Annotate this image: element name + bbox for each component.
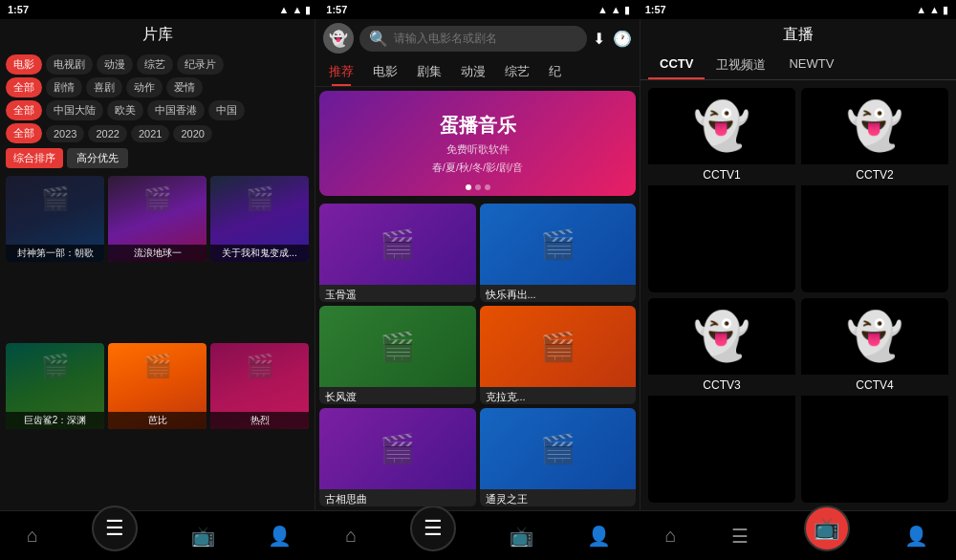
movie-item-6[interactable]: 🎬 热烈 — [210, 343, 309, 506]
filter-romance[interactable]: 爱情 — [166, 77, 203, 97]
movie-item-3[interactable]: 🎬 关于我和鬼变成... — [210, 176, 309, 339]
rec-card-6[interactable]: 🎬 通灵之王 ★★★★ — [480, 408, 637, 506]
nav-person-mid[interactable]: 👤 — [587, 525, 611, 548]
status-bar-left: 1:57 ▲ ▲ ▮ — [0, 0, 318, 19]
nav-tv-left[interactable]: 📺 — [191, 525, 215, 548]
live-tabs: CCTV 卫视频道 NEWTV — [641, 51, 956, 80]
rec-card-info-2: 快乐再出... ★★★★ — [480, 285, 637, 302]
filter-drama[interactable]: 剧情 — [46, 77, 82, 97]
filter-all-1[interactable]: 全部 — [6, 77, 42, 97]
nav-center-mid[interactable]: ☰ — [410, 506, 456, 551]
tv-icon-mid: 📺 — [510, 525, 533, 548]
history-icon[interactable]: 🕐 — [613, 30, 632, 48]
rec-card-2[interactable]: 🎬 快乐再出... ★★★★ — [480, 204, 637, 302]
nav-person-right[interactable]: 👤 — [904, 525, 928, 548]
filter-variety[interactable]: 综艺 — [137, 54, 173, 75]
nav-home-mid[interactable]: ⌂ — [345, 525, 357, 547]
rec-card-4[interactable]: 🎬 克拉克... ★★★★ — [480, 306, 637, 404]
download-icon[interactable]: ⬇ — [593, 30, 605, 48]
tab-anime[interactable]: 动漫 — [451, 57, 495, 86]
wifi-icon: ▲ — [292, 4, 302, 15]
movie-item-4[interactable]: 🎬 巨齿鲨2：深渊 — [6, 343, 104, 506]
movie-label-1: 封神第一部：朝歌 — [6, 245, 104, 262]
rec-card-info-4: 克拉克... ★★★★ — [480, 387, 637, 404]
rec-card-3[interactable]: 🎬 长风渡 ★★★★ — [319, 306, 476, 404]
nav-tv-mid[interactable]: 📺 — [510, 525, 533, 548]
tab-movie[interactable]: 电影 — [363, 57, 407, 86]
filter-action[interactable]: 动作 — [126, 77, 163, 97]
tab-variety[interactable]: 综艺 — [495, 57, 539, 86]
filter-anime[interactable]: 动漫 — [97, 54, 133, 75]
rec-card-5[interactable]: 🎬 古相思曲 ★★★★ — [319, 408, 476, 506]
search-box[interactable]: 🔍 — [359, 26, 587, 52]
rec-card-info-6: 通灵之王 ★★★★ — [480, 489, 637, 506]
recommend-grid: 🎬 玉骨遥 ★★★★ 🎬 快乐再出... ★★★★ — [315, 200, 640, 510]
status-bar-right: 1:57 ▲ ▲ ▮ — [638, 0, 956, 19]
filter-2023[interactable]: 2023 — [46, 125, 84, 142]
live-card-cctv1[interactable]: 👻 CCTV1 — [648, 88, 795, 292]
priority-tag[interactable]: 高分优先 — [67, 148, 128, 168]
live-card-cctv2[interactable]: 👻 CCTV2 — [801, 88, 948, 292]
nav-home-right[interactable]: ⌂ — [664, 525, 676, 547]
filter-comedy[interactable]: 喜剧 — [86, 77, 122, 97]
person-icon-right: 👤 — [904, 525, 928, 548]
live-card-cctv3[interactable]: 👻 CCTV3 — [648, 298, 795, 503]
banner-tags: 春/夏/秋/冬/影/剧/音 — [432, 161, 523, 175]
filter-recommend[interactable]: 综合排序 — [6, 148, 63, 168]
status-bars: 1:57 ▲ ▲ ▮ 1:57 ▲ ▲ ▮ 1:57 ▲ ▲ ▮ — [0, 0, 956, 19]
filter-2020[interactable]: 2020 — [173, 125, 211, 142]
movie-poster-4: 🎬 巨齿鲨2：深渊 — [6, 343, 104, 429]
filter-doc[interactable]: 纪录片 — [177, 54, 224, 75]
person-icon-mid: 👤 — [587, 525, 611, 548]
movie-item-1[interactable]: 🎬 封神第一部：朝歌 — [6, 176, 104, 339]
banner[interactable]: 蛋播音乐 免费听歌软件 春/夏/秋/冬/影/剧/音 — [319, 91, 636, 196]
nav-home-left[interactable]: ⌂ — [27, 525, 38, 547]
nav-center-right[interactable]: 📺 — [804, 506, 850, 551]
dot-2 — [475, 184, 481, 190]
cctv1-label: CCTV1 — [648, 164, 795, 185]
search-input[interactable] — [394, 32, 577, 45]
filter-mainland[interactable]: 中国大陆 — [46, 100, 103, 120]
rec-card-1[interactable]: 🎬 玉骨遥 ★★★★ — [319, 204, 476, 302]
movie-poster-6: 🎬 热烈 — [210, 343, 309, 429]
home-icon-mid: ⌂ — [345, 525, 357, 547]
filter-2021[interactable]: 2021 — [131, 125, 169, 142]
tab-cctv[interactable]: CCTV — [648, 51, 705, 79]
filter-west[interactable]: 欧美 — [107, 100, 143, 120]
tab-more[interactable]: 纪 — [539, 57, 571, 86]
movie-poster-3: 🎬 关于我和鬼变成... — [210, 176, 309, 262]
cctv3-thumb: 👻 — [648, 298, 795, 375]
filter-row-1: 电影 电视剧 动漫 综艺 纪录片 — [6, 54, 309, 75]
banner-subtitle: 免费听歌软件 — [432, 142, 523, 157]
cctv2-label: CCTV2 — [801, 164, 948, 185]
time-mid: 1:57 — [326, 4, 347, 15]
signal-icon-mid: ▲ — [598, 4, 608, 15]
filter-all-3[interactable]: 全部 — [6, 123, 42, 143]
filter-tv[interactable]: 电视剧 — [46, 54, 93, 75]
battery-icon: ▮ — [305, 4, 311, 16]
filter-movie[interactable]: 电影 — [6, 54, 42, 75]
nav-center-left[interactable]: ☰ — [92, 506, 138, 551]
person-icon-left: 👤 — [268, 525, 292, 548]
panel-live: 直播 CCTV 卫视频道 NEWTV 👻 CCTV1 👻 CCTV2 👻 — [641, 19, 956, 510]
filter-china[interactable]: 中国 — [208, 100, 245, 120]
mid-tabs: 推荐 电影 剧集 动漫 综艺 纪 — [315, 57, 640, 87]
tab-satellite[interactable]: 卫视频道 — [705, 51, 777, 79]
rec-card-title-6: 通灵之王 — [486, 492, 631, 506]
nav-list-right[interactable]: ☰ — [731, 525, 749, 548]
signal-icon-right: ▲ — [916, 4, 926, 15]
time-right: 1:57 — [645, 4, 666, 15]
list-icon-right: ☰ — [731, 525, 749, 548]
filter-hk[interactable]: 中国香港 — [147, 100, 205, 120]
tab-series[interactable]: 剧集 — [407, 57, 451, 86]
filter-2022[interactable]: 2022 — [88, 125, 126, 142]
banner-dots — [466, 184, 490, 190]
movie-item-2[interactable]: 🎬 流浪地球一 — [108, 176, 206, 339]
tab-recommend[interactable]: 推荐 — [319, 57, 363, 86]
rec-card-info-1: 玉骨遥 ★★★★ — [319, 285, 476, 302]
live-card-cctv4[interactable]: 👻 CCTV4 — [801, 298, 948, 503]
tab-newtv[interactable]: NEWTV — [777, 51, 845, 79]
filter-all-2[interactable]: 全部 — [6, 100, 42, 120]
nav-person-left[interactable]: 👤 — [268, 525, 292, 548]
movie-item-5[interactable]: 🎬 芭比 — [108, 343, 206, 506]
